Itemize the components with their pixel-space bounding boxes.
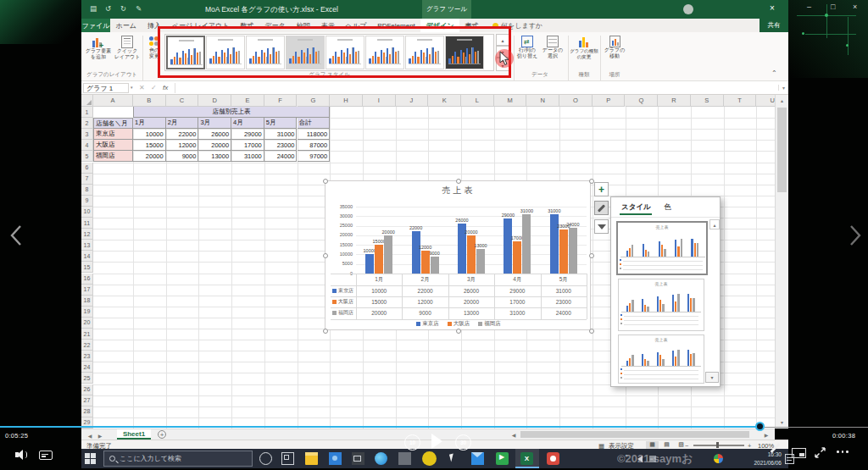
previous-chevron-icon[interactable] xyxy=(8,224,24,247)
qat-custom-icon[interactable]: ✎ xyxy=(136,4,142,13)
table-cell[interactable]: 17000 xyxy=(231,140,264,151)
row-header-11[interactable]: 11 xyxy=(81,218,93,229)
store-icon[interactable] xyxy=(352,452,364,465)
sheet-nav-right-icon[interactable]: ▶ xyxy=(97,432,103,439)
formula-expand-icon[interactable]: ▾ xyxy=(778,85,785,91)
tab-ホーム[interactable]: ホーム xyxy=(110,19,142,32)
row-header-2[interactable]: 2 xyxy=(81,118,93,129)
style-preview-1[interactable]: 売上表 xyxy=(616,221,708,275)
chart-title[interactable]: 売上表 xyxy=(326,185,592,196)
row-header-17[interactable]: 17 xyxy=(81,285,93,296)
browser-tray-icon[interactable] xyxy=(714,454,723,463)
table-header-cell[interactable]: 1月 xyxy=(133,118,166,129)
column-header-S[interactable]: S xyxy=(691,95,724,107)
selection-handle[interactable] xyxy=(456,179,461,184)
column-header-T[interactable]: T xyxy=(724,95,757,107)
table-cell[interactable]: 東京店 xyxy=(93,129,133,140)
table-cell[interactable]: 20000 xyxy=(133,151,166,162)
column-header-I[interactable]: I xyxy=(363,95,396,107)
row-header-7[interactable]: 7 xyxy=(81,174,93,185)
panel-scroll-down-icon[interactable]: ▾ xyxy=(705,372,719,383)
row-header-1[interactable]: 1 xyxy=(81,107,93,118)
next-chevron-icon[interactable] xyxy=(848,224,863,247)
view-page-layout-icon[interactable]: ▤ xyxy=(660,441,673,449)
table-cell[interactable]: 26000 xyxy=(198,129,231,140)
select-all-corner[interactable] xyxy=(81,95,93,107)
player-volume-icon[interactable] xyxy=(15,450,27,460)
table-header-cell[interactable]: 2月 xyxy=(166,118,199,129)
row-header-15[interactable]: 15 xyxy=(81,262,93,273)
row-header-23[interactable]: 23 xyxy=(81,351,93,362)
table-header-cell[interactable]: 3月 xyxy=(198,118,231,129)
column-header-J[interactable]: J xyxy=(396,95,429,107)
vertical-scrollbar[interactable]: ▴ ▾ xyxy=(775,95,788,429)
hscroll-left-icon[interactable]: ◀ xyxy=(510,431,517,438)
column-header-D[interactable]: D xyxy=(198,95,231,107)
row-header-20[interactable]: 20 xyxy=(81,318,93,329)
style-preview-3[interactable]: 売上表 xyxy=(618,335,704,384)
share-button[interactable]: 共有 xyxy=(760,19,788,32)
seek-handle[interactable] xyxy=(755,422,765,431)
column-header-N[interactable]: N xyxy=(526,95,559,107)
row-header-28[interactable]: 28 xyxy=(81,406,93,417)
tab-file[interactable]: ファイル xyxy=(81,19,110,32)
panel-scroll-up-icon[interactable]: ▴ xyxy=(709,219,720,229)
zoom-thumb[interactable] xyxy=(716,442,719,448)
sheet-tab-active[interactable]: Sheet1 xyxy=(117,429,151,440)
table-title-cell[interactable]: 店舗別売上表 xyxy=(133,107,330,118)
table-cell[interactable]: 31000 xyxy=(264,129,298,140)
selection-handle[interactable] xyxy=(323,179,328,184)
table-cell[interactable]: 13000 xyxy=(198,151,231,162)
redo-icon[interactable]: ↻ xyxy=(120,4,126,13)
row-header-25[interactable]: 25 xyxy=(81,373,93,384)
table-header-cell[interactable]: 4月 xyxy=(231,118,264,129)
chart-bar[interactable] xyxy=(384,235,392,274)
table-cell[interactable]: 31000 xyxy=(231,151,264,162)
select-data-button[interactable]: データの 選択 xyxy=(541,36,565,59)
row-header-26[interactable]: 26 xyxy=(81,384,93,395)
row-header-18[interactable]: 18 xyxy=(81,296,93,307)
row-header-13[interactable]: 13 xyxy=(81,240,93,251)
yellow-app-icon[interactable] xyxy=(422,451,437,466)
chart-bar[interactable] xyxy=(513,241,521,274)
table-cell[interactable]: 福岡店 xyxy=(93,151,133,162)
column-header-O[interactable]: O xyxy=(559,95,593,107)
save-icon[interactable]: ▤ xyxy=(90,4,97,13)
window-maximize-button[interactable]: □ xyxy=(831,3,835,11)
fullscreen-icon[interactable] xyxy=(813,445,827,460)
switch-row-column-button[interactable]: ⇄ 行/列の 切り替え xyxy=(515,36,539,59)
taskbar-search-box[interactable]: ここに入力して検索 xyxy=(103,451,253,467)
row-header-27[interactable]: 27 xyxy=(81,395,93,406)
chart-bar[interactable] xyxy=(522,214,531,274)
selection-handle[interactable] xyxy=(589,329,594,334)
column-header-Q[interactable]: Q xyxy=(626,95,659,107)
chart-bar[interactable] xyxy=(504,218,512,274)
row-header-12[interactable]: 12 xyxy=(81,229,93,240)
view-normal-icon[interactable]: ▦ xyxy=(646,441,659,449)
window-close-button[interactable]: × xyxy=(853,3,857,11)
recorder-icon[interactable] xyxy=(547,452,559,465)
table-cell[interactable]: 15000 xyxy=(133,140,166,151)
table-cell[interactable]: 23000 xyxy=(264,140,298,151)
change-chart-type-button[interactable]: グラフの種類 の変更 xyxy=(570,36,598,60)
chart-bar[interactable] xyxy=(569,228,577,274)
legend-item[interactable]: 東京店 xyxy=(416,320,439,328)
style-preview-2[interactable]: 売上表 xyxy=(618,279,704,331)
seek-bar-elapsed[interactable] xyxy=(0,426,756,428)
legend-item[interactable]: 福岡店 xyxy=(478,320,501,328)
fx-icon[interactable]: fx xyxy=(163,84,168,91)
chart-bar[interactable] xyxy=(365,254,374,274)
row-header-16[interactable]: 16 xyxy=(81,274,93,285)
formula-input[interactable] xyxy=(176,81,775,94)
column-header-H[interactable]: H xyxy=(330,95,363,107)
panel-tab-style[interactable]: スタイル xyxy=(621,202,651,213)
excel-close-icon[interactable]: × xyxy=(770,3,775,13)
rewind-10-icon[interactable]: 10 xyxy=(404,434,420,451)
collapse-ribbon-icon[interactable]: ⌃ xyxy=(771,69,777,77)
table-cell[interactable]: 12000 xyxy=(166,140,199,151)
undo-icon[interactable]: ↺ xyxy=(105,4,111,13)
table-cell[interactable]: 118000 xyxy=(298,129,331,140)
chart-bar[interactable] xyxy=(467,235,476,274)
name-box[interactable]: グラフ 1 xyxy=(83,83,129,93)
table-cell[interactable]: 87000 xyxy=(298,140,331,151)
